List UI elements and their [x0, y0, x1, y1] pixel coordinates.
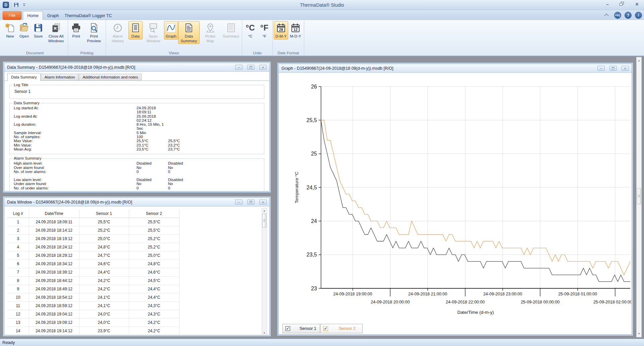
scroll-down-icon[interactable]: ▼ — [637, 331, 641, 336]
ribbon-button--f[interactable]: °F°F — [257, 21, 271, 40]
scrollbar-thumb[interactable] — [637, 188, 641, 204]
graph-window-title: Graph - D15490667(24-09-2018@18 09(d-m-y… — [281, 66, 393, 71]
minimize-button[interactable]: – — [604, 1, 611, 7]
alarm-summary-groupbox: Alarm Summary High alarm level:DisabledD… — [9, 158, 264, 191]
collapse-ribbon-icon[interactable] — [604, 14, 609, 17]
scroll-up-icon[interactable]: ▲ — [637, 58, 641, 63]
table-row[interactable]: 324.09.2018 18:19:1225,0°C25,2°C — [7, 234, 179, 243]
scroll-down-icon[interactable]: ▼ — [262, 331, 267, 335]
table-cell: 25,2°C — [129, 243, 179, 251]
table-row[interactable]: 124.09.2018 18:09:1125,5°C25,5°C — [7, 218, 179, 226]
table-cell: 24,0°C — [79, 310, 129, 318]
scrollbar-thumb[interactable] — [262, 214, 266, 228]
legend-sensor2-toggle[interactable]: ✓ Sensor 2 — [320, 324, 363, 333]
table-cell: 11 — [7, 301, 29, 310]
ribbon-button-new[interactable]: New — [3, 21, 17, 40]
app-window: D ThermaData® Studio – × File Home Graph… — [0, 0, 644, 346]
restore-button[interactable] — [619, 1, 626, 7]
workspace-scrollbar[interactable]: ▲ ▼ — [636, 57, 642, 337]
ribbon-button-close-all-windows[interactable]: Close All Windows — [45, 21, 67, 44]
summary-row: Over alarm found:NoNo — [14, 166, 261, 170]
svg-text:23: 23 — [311, 286, 317, 291]
tab-graph[interactable]: Graph — [44, 11, 62, 20]
column-header-sensor-2[interactable]: Sensor 2 — [129, 210, 179, 218]
ribbon-button-open[interactable]: Open — [17, 21, 31, 40]
minimize-button[interactable]: – — [597, 66, 605, 71]
ribbon-button-save[interactable]: Save — [31, 21, 45, 40]
column-header-sensor-1[interactable]: Sensor 1 — [79, 210, 129, 218]
ribbon-button-print[interactable]: Print — [69, 21, 83, 40]
data-window-titlebar[interactable]: Data Window - D15490667(24-09-2018@18 09… — [4, 198, 269, 207]
ribbon-button-d-m-y[interactable]: 28D-M-Y — [274, 21, 288, 40]
ribbon-button--c[interactable]: °C°C — [243, 21, 257, 40]
legend-sensor1-toggle[interactable]: ✓ Sensor 1 — [282, 324, 320, 333]
data-summary-label: Data Summary — [12, 101, 41, 105]
summary-row: Mean Avg:23,5°C23,7°C — [14, 147, 261, 151]
table-cell: 1 — [7, 218, 29, 226]
close-button[interactable]: × — [259, 199, 267, 205]
table-cell: 24,8°C — [79, 243, 129, 251]
table-row[interactable]: 624.09.2018 18:34:1224,6°C24,8°C — [7, 260, 179, 268]
minimize-button[interactable]: – — [235, 199, 243, 205]
tab-data-summary[interactable]: Data Summary — [7, 73, 41, 81]
table-row[interactable]: 924.09.2018 18:49:1224,2°C24,4°C — [7, 285, 179, 293]
table-row[interactable]: 224.09.2018 18:14:1225,2°C25,5°C — [7, 226, 179, 234]
tab-additional-information[interactable]: Additional Information and notes — [79, 74, 142, 81]
data-window-title: Data Window - D15490667(24-09-2018@18 09… — [7, 200, 132, 205]
restore-button[interactable] — [609, 66, 617, 71]
restore-button[interactable] — [247, 199, 255, 205]
table-cell: 24,2°C — [129, 318, 179, 327]
print-icon — [71, 22, 82, 33]
column-header-date-time[interactable]: Date/Time — [29, 210, 79, 218]
scroll-up-icon[interactable]: ▲ — [262, 208, 267, 213]
ribbon-button-alarm-history: Alarm History — [107, 21, 128, 44]
data-summary-window-titlebar[interactable]: Data Summary - D15490667(24-09-2018@18 0… — [4, 63, 269, 72]
ribbon-button-label: Probe Map — [201, 34, 219, 43]
restore-icon — [250, 66, 252, 68]
ribbon-button-data[interactable]: Data — [128, 21, 143, 40]
table-row[interactable]: 1124.09.2018 18:59:1224,1°C24,3°C — [7, 301, 179, 310]
table-row[interactable]: 1224.09.2018 19:04:1224,0°C24,3°C — [7, 310, 179, 318]
close-button[interactable]: × — [622, 66, 629, 71]
svg-text:24-09-2018 22:00:00: 24-09-2018 22:00:00 — [446, 300, 485, 304]
column-header-log-[interactable]: Log # — [7, 210, 29, 218]
table-row[interactable]: 524.09.2018 18:29:1224,7°C25,0°C — [7, 251, 179, 260]
table-cell: 14 — [7, 327, 29, 335]
close-button[interactable]: × — [259, 65, 267, 70]
svg-text:25-09-2018 02:00:00: 25-09-2018 02:00:00 — [593, 300, 631, 304]
graph-window: Graph - D15490667(24-09-2018@18 09(d-m-y… — [277, 62, 633, 336]
ribbon-button-label: D-M-Y — [275, 34, 286, 39]
table-cell: 24,8°C — [129, 260, 179, 268]
tab-file[interactable]: File — [3, 11, 21, 20]
tab-thermadata-logger-tc[interactable]: ThermaData® Logger TC — [63, 11, 113, 20]
table-cell: 24,6°C — [129, 268, 179, 276]
svg-text:24: 24 — [311, 218, 317, 224]
checkbox-checked-icon[interactable]: ✓ — [285, 326, 290, 331]
table-row[interactable]: 1424.09.2018 19:14:1223,9°C24,2°C — [7, 327, 179, 335]
ribbon-button-data-summary[interactable]: Data Summary — [178, 21, 200, 44]
table-row[interactable]: 824.09.2018 18:44:1224,2°C24,5°C — [7, 276, 179, 285]
faq-button[interactable]: FAQ — [614, 12, 621, 19]
graph-window-titlebar[interactable]: Graph - D15490667(24-09-2018@18 09(d-m-y… — [279, 64, 632, 73]
close-button[interactable]: × — [633, 1, 641, 7]
help-button[interactable]: ? — [625, 12, 632, 19]
info-button[interactable]: i — [635, 12, 642, 19]
minimize-button[interactable]: – — [235, 65, 243, 70]
ribbon-button-graph[interactable]: Graph — [164, 21, 178, 40]
data-summary-window-title: Data Summary - D15490667(24-09-2018@18 0… — [7, 65, 135, 70]
restore-icon — [612, 67, 614, 69]
summary-row: Log duration:8 Hrs, 15 Min, 1 Sec — [14, 122, 261, 131]
table-cell: 24.09.2018 18:24:12 — [29, 243, 79, 251]
table-row[interactable]: 1324.09.2018 19:09:1224,0°C24,2°C — [7, 318, 179, 327]
tab-alarm-information[interactable]: Alarm Information — [41, 74, 79, 81]
restore-button[interactable] — [247, 65, 255, 70]
table-cell: 24.09.2018 18:44:12 — [29, 276, 79, 285]
ribbon-button-m-d-y[interactable]: 12M-D-Y — [288, 21, 303, 40]
table-row[interactable]: 1024.09.2018 18:54:1224,1°C24,4°C — [7, 293, 179, 301]
data-table-scrollbar[interactable]: ▲ ▼ — [262, 208, 267, 335]
ribbon-button-print-preview[interactable]: Print Preview — [83, 21, 105, 44]
tab-home[interactable]: Home — [23, 11, 43, 20]
table-row[interactable]: 424.09.2018 18:24:1224,8°C25,2°C — [7, 243, 179, 251]
checkbox-checked-icon[interactable]: ✓ — [323, 326, 328, 331]
table-row[interactable]: 724.09.2018 18:39:1224,4°C24,6°C — [7, 268, 179, 276]
